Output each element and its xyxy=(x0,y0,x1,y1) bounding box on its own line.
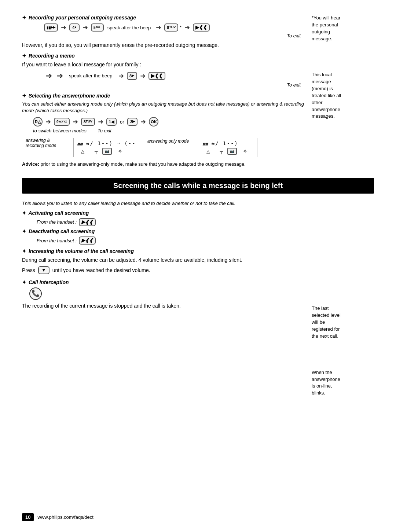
section-volume: ✦ Increasing the volume of the call scre… xyxy=(22,248,308,274)
sidebar-memo-note: This localmessage(memo) istreated like a… xyxy=(312,71,374,120)
press-label: Press xyxy=(22,267,35,273)
diamond-icon-5: ✦ xyxy=(22,228,26,234)
or-text: or xyxy=(120,119,124,125)
call-interception-title: ✦ Call interception xyxy=(22,279,308,285)
recording-memo-desc: If you want to leave a local message for… xyxy=(22,61,308,68)
sidebar-bottom: The lastselected levelwill beregistered … xyxy=(312,199,374,404)
mode-diagram: answering & recording mode ▩▩ ⇋/ 1--) ➝ … xyxy=(26,138,308,157)
btn-speaker-memo: ▶❰❰ xyxy=(148,72,165,80)
btn-1: 1◀ xyxy=(106,118,117,126)
volume-title: ✦ Increasing the volume of the call scre… xyxy=(22,248,308,254)
call-interception-icon-area: 📞 xyxy=(29,287,308,300)
speak-text-memo: speak after the beep xyxy=(69,73,113,78)
mode-icons-only: △ ┬ 📷 ✧ xyxy=(203,148,253,155)
mode-select-flow: R△ ➜ 9WXYZ ➜ 8TUV ➜ 1◀ or 3▶ ➜ OK xyxy=(33,117,308,126)
btn-ok: OK xyxy=(149,117,158,126)
activating-title: ✦ Activating call screening xyxy=(22,210,308,216)
sidebar-recording-note: *You will hearthe personaloutgoingmessag… xyxy=(312,15,374,42)
btn-5: 5JKL xyxy=(91,23,104,32)
btn-menu: ▮▮▶▶ xyxy=(44,23,58,32)
mode-btn-cam2: 📷 xyxy=(227,148,237,155)
arrow-memo4: ➜ xyxy=(140,72,146,80)
btn-volume: ▼ xyxy=(38,266,50,274)
page-footer: 10 www.philips.com/faqs/dect xyxy=(0,513,396,521)
recording-personal-desc: However, if you do so, you will permanen… xyxy=(22,41,308,49)
arrow2: ➜ xyxy=(82,23,88,32)
sidebar-interception-note: When theanswerphoneis on-line,blinks. xyxy=(312,369,374,397)
section-deactivating: ✦ Deactivating call screening From the h… xyxy=(22,228,308,245)
diamond-icon-6: ✦ xyxy=(22,248,26,254)
sidebar-volume-note: The lastselected levelwill beregistered … xyxy=(312,305,374,340)
page: *You will hearthe personaloutgoingmessag… xyxy=(0,0,396,532)
press-row: Press ▼ until you have reached the desir… xyxy=(22,266,308,274)
arrow-ms1: ➜ xyxy=(45,118,51,126)
section-selecting-mode: ✦ Selecting the answerphone mode You can… xyxy=(22,93,308,168)
diamond-icon-2: ✦ xyxy=(22,53,26,59)
diamond-icon-7: ✦ xyxy=(22,279,26,285)
arrow3: ➜ xyxy=(156,23,161,32)
main-content-bottom: This allows you to listen to any caller … xyxy=(22,199,308,312)
diamond-icon-4: ✦ xyxy=(22,210,26,216)
btn-8: 8TUV xyxy=(164,23,178,32)
section-banner: Screening the calls while a message is b… xyxy=(22,178,374,194)
diamond-icon-3: ✦ xyxy=(22,93,26,99)
advice-text: Advice: prior to using the answering-onl… xyxy=(22,161,308,168)
mode-btn-cam: 📷 xyxy=(102,148,112,155)
lower-section: The lastselected levelwill beregistered … xyxy=(22,199,374,404)
arrow-ms2: ➜ xyxy=(73,118,78,126)
arrow1: ➜ xyxy=(61,23,66,32)
selecting-mode-title: ✦ Selecting the answerphone mode xyxy=(22,93,308,99)
btn-9: 9WXYZ xyxy=(54,118,70,126)
section-recording-personal: ✦ Recording your personal outgoing messa… xyxy=(22,15,308,49)
recording-memo-flow: ➜ ➜ speak after the beep ➜ 8▶ ➜ ▶❰❰ xyxy=(44,71,308,81)
deactivating-title: ✦ Deactivating call screening xyxy=(22,228,308,234)
arrow-ms3: ➜ xyxy=(98,118,103,126)
to-switch-label: to switch between modes xyxy=(33,128,87,133)
to-exit-3: To exit xyxy=(98,128,111,133)
btn-phone-intercept: 📞 xyxy=(29,287,42,300)
deactivating-from-handset: From the handset : ▶❰❰ xyxy=(37,236,308,245)
to-exit-2: To exit xyxy=(22,82,301,88)
answering-recording-label: answering & recording mode xyxy=(26,138,66,150)
to-exit-1: To exit xyxy=(22,33,301,38)
arrow4: ➜ xyxy=(184,23,190,32)
arrow-memo3: ➜ xyxy=(118,72,124,80)
mode-display-recording: ▩▩ ⇋/ 1--) ➝ (-- xyxy=(77,140,136,146)
arrow-memo1: ➜ xyxy=(45,71,52,81)
btn-4: 4● xyxy=(69,23,80,32)
main-content-top: ✦ Recording your personal outgoing messa… xyxy=(22,15,308,170)
arrow-memo2: ➜ xyxy=(56,71,63,81)
recording-memo-title: ✦ Recording a memo xyxy=(22,53,308,59)
section-activating: ✦ Activating call screening From the han… xyxy=(22,210,308,226)
sidebar-top: *You will hearthe personaloutgoingmessag… xyxy=(312,15,374,127)
volume-desc: During call screening, the volume can be… xyxy=(22,256,308,264)
press-after: until you have reached the desired volum… xyxy=(52,267,150,273)
speak-text: speak after the beep xyxy=(107,25,151,30)
btn-speaker-activate: ▶❰❰ xyxy=(79,218,96,226)
screening-intro: This allows you to listen to any caller … xyxy=(22,200,308,207)
call-interception-desc: The recording of the current message is … xyxy=(22,302,308,309)
section-recording-memo: ✦ Recording a memo If you want to leave … xyxy=(22,53,308,88)
diamond-icon: ✦ xyxy=(22,15,26,21)
btn-3: 3▶ xyxy=(127,118,138,126)
btn-speaker-deactivate: ▶❰❰ xyxy=(79,236,96,245)
btn-r: R△ xyxy=(33,117,43,126)
arrow-ms4: ➜ xyxy=(140,118,146,126)
section-call-interception: ✦ Call interception 📞 The recording of t… xyxy=(22,279,308,309)
footer-url: www.philips.com/faqs/dect xyxy=(37,514,93,520)
mode-display-only: ▩▩ ⇋/ 1--) xyxy=(203,140,253,146)
mode-box-recording: ▩▩ ⇋/ 1--) ➝ (-- △ ┬ 📷 ✧ xyxy=(73,138,140,157)
btn-8b: 8TUV xyxy=(81,118,95,126)
answering-only-label: answering only mode xyxy=(147,138,191,145)
activating-from-handset: From the handset : ▶❰❰ xyxy=(37,218,308,226)
mode-icons-recording: △ ┬ 📷 ✧ xyxy=(77,148,136,155)
selecting-mode-desc: You can select either answering mode onl… xyxy=(22,101,308,114)
mode-box-only: ▩▩ ⇋/ 1--) △ ┬ 📷 ✧ xyxy=(199,138,257,157)
recording-personal-flow: ▮▮▶▶ ➜ 4● ➜ 5JKL speak after the beep ➜ … xyxy=(44,23,308,32)
mode-labels-row: to switch between modes To exit xyxy=(33,128,308,133)
recording-personal-title: ✦ Recording your personal outgoing messa… xyxy=(22,15,308,21)
asterisk: * xyxy=(180,25,182,30)
btn-speaker: ▶❰❰ xyxy=(193,23,210,32)
btn-8-memo: 8▶ xyxy=(127,72,137,80)
page-number: 10 xyxy=(22,513,34,521)
